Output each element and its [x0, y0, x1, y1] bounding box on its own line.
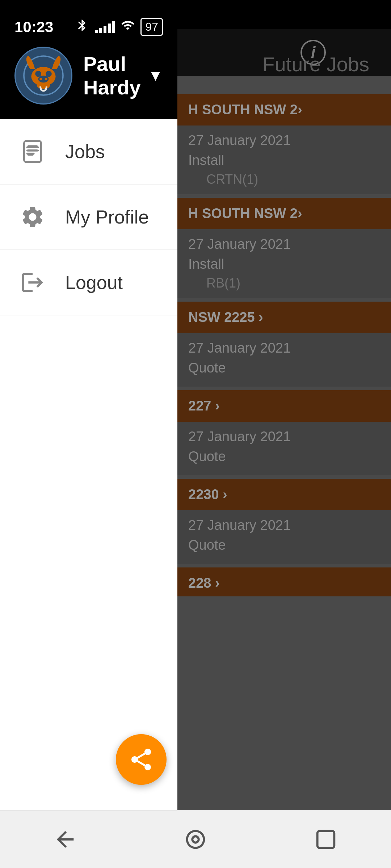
signal-bars-icon	[95, 21, 115, 33]
bottom-navigation	[0, 810, 391, 868]
svg-rect-7	[24, 141, 41, 162]
recents-button[interactable]	[304, 818, 348, 861]
back-icon	[52, 827, 78, 852]
user-dropdown-arrow[interactable]: ▼	[148, 67, 163, 84]
user-name: Paul Hardy	[83, 52, 141, 99]
svg-point-14	[187, 831, 204, 848]
status-bar: 10:23	[14, 18, 163, 36]
user-logo	[14, 47, 72, 105]
drawer-header: 10:23	[0, 0, 177, 119]
home-circle-icon	[183, 827, 208, 852]
menu-label-logout: Logout	[65, 272, 123, 293]
status-icons: 97	[75, 18, 163, 36]
square-icon	[313, 827, 339, 852]
svg-point-2	[35, 71, 41, 77]
svg-point-15	[192, 836, 199, 843]
menu-item-logout[interactable]: Logout	[0, 250, 177, 315]
bluetooth-icon	[75, 18, 89, 35]
back-button[interactable]	[43, 818, 87, 861]
logout-icon	[18, 268, 47, 297]
home-button[interactable]	[174, 818, 217, 861]
menu-item-jobs[interactable]: Jobs	[0, 119, 177, 184]
status-time: 10:23	[14, 18, 53, 36]
dim-overlay[interactable]	[177, 0, 391, 868]
svg-point-5	[39, 78, 42, 80]
menu-label-jobs: Jobs	[65, 141, 105, 162]
share-fab-button[interactable]	[116, 734, 167, 785]
battery-icon: 97	[140, 18, 163, 36]
svg-point-6	[45, 78, 47, 80]
share-icon	[128, 746, 154, 773]
menu-item-my-profile[interactable]: My Profile	[0, 184, 177, 250]
svg-point-3	[46, 71, 52, 77]
user-name-row: Paul Hardy ▼	[83, 52, 163, 99]
svg-rect-16	[318, 831, 335, 848]
wifi-icon	[121, 18, 135, 35]
user-section: Paul Hardy ▼	[14, 47, 163, 105]
document-icon	[18, 137, 47, 166]
gear-icon	[18, 203, 47, 231]
menu-label-my-profile: My Profile	[65, 206, 149, 228]
